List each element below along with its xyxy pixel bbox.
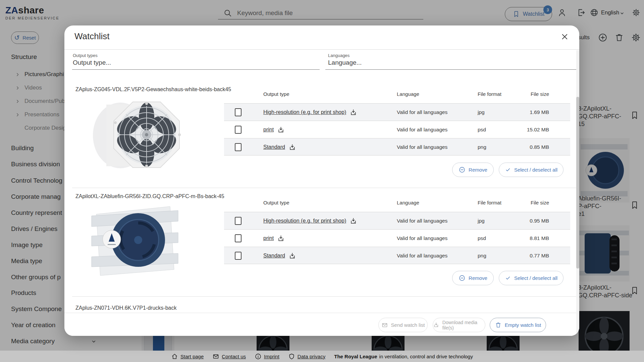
envelope-icon <box>212 353 219 360</box>
row-checkbox[interactable] <box>235 217 241 225</box>
output-type-link[interactable]: Standard <box>263 144 285 150</box>
row-size: 1.69 MB <box>530 104 549 121</box>
table-row: High-resolution (e.g. for print shop) Va… <box>224 212 570 229</box>
watchlist-modal: Watchlist Output types Output type... La… <box>64 25 579 336</box>
footer-link-data-privacy[interactable]: Data privacy <box>288 353 325 360</box>
page-footer: Start page Contact us Imprint Data priva… <box>0 351 644 362</box>
modal-scrollbar-thumb[interactable] <box>576 97 579 268</box>
row-language: Valid for all languages <box>397 247 447 264</box>
row-size: 8.81 MB <box>530 230 549 247</box>
row-format: psd <box>478 121 486 138</box>
row-checkbox[interactable] <box>235 126 241 134</box>
output-type-link[interactable]: Standard <box>263 253 285 259</box>
row-language: Valid for all languages <box>397 121 447 138</box>
col-language: Language <box>397 91 419 97</box>
output-type-link[interactable]: High-resolution (e.g. for print shop) <box>263 109 346 115</box>
download-icon[interactable] <box>350 109 357 116</box>
output-table: Output type Language File format File si… <box>224 200 570 282</box>
info-icon <box>255 353 262 360</box>
filter-underline <box>325 69 576 70</box>
footer-link-contact-us[interactable]: Contact us <box>212 353 246 360</box>
col-file-format: File format <box>478 91 501 97</box>
output-type-link[interactable]: print <box>263 235 274 241</box>
modal-scrollbar-track[interactable] <box>576 50 579 336</box>
table-row: Standard Valid for all languages png 0.7… <box>224 247 570 264</box>
row-language: Valid for all languages <box>397 230 447 247</box>
row-format: png <box>478 247 486 264</box>
row-size: 0.85 MB <box>530 138 549 156</box>
select-deselect-all-button[interactable]: Select / deselect all <box>499 163 564 177</box>
output-type-link[interactable]: print <box>263 127 274 133</box>
download-media-files-button[interactable]: Download media file(s) <box>433 318 485 332</box>
download-icon[interactable] <box>288 252 296 260</box>
row-checkbox[interactable] <box>235 252 241 260</box>
download-icon <box>433 321 439 328</box>
row-language: Valid for all languages <box>397 212 447 230</box>
row-size: 0.95 MB <box>530 212 549 230</box>
footer-link-start-page[interactable]: Start page <box>171 353 204 360</box>
close-icon[interactable] <box>560 32 569 41</box>
row-checkbox[interactable] <box>235 143 241 151</box>
remove-button[interactable]: Remove <box>452 163 494 177</box>
divider <box>72 296 576 297</box>
product-image-axial-fan <box>83 95 187 175</box>
send-watch-list-button[interactable]: Send watch list <box>378 318 428 332</box>
col-file-size: File size <box>531 200 549 205</box>
table-header-row: Output type Language File format File si… <box>224 200 570 208</box>
table-row: print Valid for all languages psd 15.02 … <box>224 121 570 138</box>
output-type-link[interactable]: High-resolution (e.g. for print shop) <box>263 218 346 224</box>
row-language: Valid for all languages <box>397 104 447 121</box>
product-name: ZAplus-ZN071-VDH.6K.V7P1-drucks-back <box>75 305 176 311</box>
envelope-icon <box>381 322 388 328</box>
home-icon <box>171 353 178 360</box>
divider <box>72 188 576 188</box>
download-icon[interactable] <box>277 126 285 134</box>
modal-title: Watchlist <box>74 31 110 42</box>
select-deselect-all-button[interactable]: Select / deselect all <box>499 271 564 285</box>
col-output-type: Output type <box>263 200 289 205</box>
empty-watch-list-button[interactable]: Empty watch list <box>490 318 546 332</box>
col-file-size: File size <box>531 91 549 97</box>
footer-link-imprint[interactable]: Imprint <box>255 353 279 360</box>
check-icon <box>505 275 511 281</box>
output-types-filter[interactable]: Output type... <box>73 59 111 66</box>
row-size: 15.02 MB <box>527 121 549 138</box>
table-row: print Valid for all languages psd 8.81 M… <box>224 229 570 247</box>
row-format: psd <box>478 230 486 247</box>
row-format: png <box>478 138 486 156</box>
shield-icon <box>288 353 295 360</box>
languages-filter[interactable]: Language... <box>328 59 362 66</box>
col-file-format: File format <box>478 200 501 205</box>
row-language: Valid for all languages <box>397 138 447 156</box>
row-format: jpg <box>478 104 485 121</box>
row-size: 0.77 MB <box>530 247 549 264</box>
trash-icon <box>495 321 502 328</box>
row-checkbox[interactable] <box>235 234 241 242</box>
col-output-type: Output type <box>263 91 289 97</box>
check-icon <box>505 167 511 173</box>
modal-footer: Send watch list Download media file(s) E… <box>64 313 579 336</box>
languages-filter-label: Languages <box>328 53 350 58</box>
product-image-centrifugal-fan <box>86 202 183 279</box>
table-header-row: Output type Language File format File si… <box>224 91 570 100</box>
footer-brand-tagline: The Royal League in ventilation, control… <box>334 354 473 359</box>
remove-button[interactable]: Remove <box>452 271 494 285</box>
download-icon[interactable] <box>350 217 357 225</box>
minus-circle-icon <box>459 166 466 173</box>
minus-circle-icon <box>459 275 466 282</box>
row-checkbox[interactable] <box>235 108 241 116</box>
download-icon[interactable] <box>277 235 285 242</box>
table-row: High-resolution (e.g. for print shop) Va… <box>224 103 570 121</box>
download-icon[interactable] <box>288 143 296 151</box>
output-types-filter-label: Output types <box>73 53 98 58</box>
table-row: Standard Valid for all languages png 0.8… <box>224 138 570 156</box>
page: ZAshare DER MEDIENSERVICE Watchlist 3 En… <box>0 0 644 362</box>
product-name: ZApilotXL-ZAbluefin-GR56I-ZID.GQ.CRP-aPF… <box>75 193 224 199</box>
row-format: jpg <box>478 212 485 230</box>
product-name: ZAplus-ZG045-VDL.2F.V5P2-Gewaechshaus-wh… <box>75 86 231 93</box>
output-table: Output type Language File format File si… <box>224 91 570 173</box>
divider <box>64 49 579 50</box>
filter-underline <box>72 69 320 70</box>
col-language: Language <box>397 200 419 205</box>
